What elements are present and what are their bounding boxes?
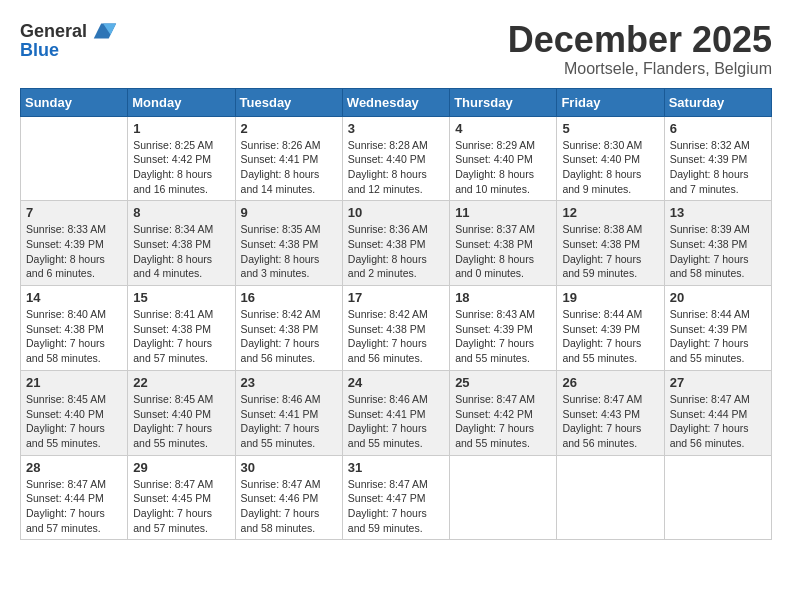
day-number: 6 — [670, 121, 766, 136]
calendar-cell: 16Sunrise: 8:42 AMSunset: 4:38 PMDayligh… — [235, 286, 342, 371]
calendar-cell: 25Sunrise: 8:47 AMSunset: 4:42 PMDayligh… — [450, 370, 557, 455]
calendar-cell: 6Sunrise: 8:32 AMSunset: 4:39 PMDaylight… — [664, 116, 771, 201]
title-block: December 2025 Moortsele, Flanders, Belgi… — [508, 20, 772, 78]
calendar-cell — [557, 455, 664, 540]
day-info: Sunrise: 8:36 AMSunset: 4:38 PMDaylight:… — [348, 222, 444, 281]
calendar-cell: 24Sunrise: 8:46 AMSunset: 4:41 PMDayligh… — [342, 370, 449, 455]
calendar-cell: 12Sunrise: 8:38 AMSunset: 4:38 PMDayligh… — [557, 201, 664, 286]
day-info: Sunrise: 8:42 AMSunset: 4:38 PMDaylight:… — [348, 307, 444, 366]
day-number: 7 — [26, 205, 122, 220]
calendar-cell: 18Sunrise: 8:43 AMSunset: 4:39 PMDayligh… — [450, 286, 557, 371]
day-info: Sunrise: 8:47 AMSunset: 4:46 PMDaylight:… — [241, 477, 337, 536]
calendar-cell: 23Sunrise: 8:46 AMSunset: 4:41 PMDayligh… — [235, 370, 342, 455]
calendar-cell: 11Sunrise: 8:37 AMSunset: 4:38 PMDayligh… — [450, 201, 557, 286]
day-number: 3 — [348, 121, 444, 136]
calendar-cell — [450, 455, 557, 540]
calendar-cell — [21, 116, 128, 201]
day-number: 24 — [348, 375, 444, 390]
day-info: Sunrise: 8:34 AMSunset: 4:38 PMDaylight:… — [133, 222, 229, 281]
day-info: Sunrise: 8:43 AMSunset: 4:39 PMDaylight:… — [455, 307, 551, 366]
calendar-week-row: 7Sunrise: 8:33 AMSunset: 4:39 PMDaylight… — [21, 201, 772, 286]
calendar-cell: 30Sunrise: 8:47 AMSunset: 4:46 PMDayligh… — [235, 455, 342, 540]
calendar-cell: 21Sunrise: 8:45 AMSunset: 4:40 PMDayligh… — [21, 370, 128, 455]
calendar-cell: 15Sunrise: 8:41 AMSunset: 4:38 PMDayligh… — [128, 286, 235, 371]
day-of-week-header: Tuesday — [235, 88, 342, 116]
day-number: 21 — [26, 375, 122, 390]
calendar-cell: 19Sunrise: 8:44 AMSunset: 4:39 PMDayligh… — [557, 286, 664, 371]
day-of-week-header: Sunday — [21, 88, 128, 116]
day-info: Sunrise: 8:47 AMSunset: 4:45 PMDaylight:… — [133, 477, 229, 536]
calendar-cell: 31Sunrise: 8:47 AMSunset: 4:47 PMDayligh… — [342, 455, 449, 540]
logo-icon — [90, 16, 118, 44]
day-info: Sunrise: 8:44 AMSunset: 4:39 PMDaylight:… — [670, 307, 766, 366]
calendar-cell: 14Sunrise: 8:40 AMSunset: 4:38 PMDayligh… — [21, 286, 128, 371]
day-info: Sunrise: 8:47 AMSunset: 4:43 PMDaylight:… — [562, 392, 658, 451]
day-number: 19 — [562, 290, 658, 305]
day-info: Sunrise: 8:26 AMSunset: 4:41 PMDaylight:… — [241, 138, 337, 197]
calendar-cell: 5Sunrise: 8:30 AMSunset: 4:40 PMDaylight… — [557, 116, 664, 201]
day-info: Sunrise: 8:33 AMSunset: 4:39 PMDaylight:… — [26, 222, 122, 281]
calendar-cell: 10Sunrise: 8:36 AMSunset: 4:38 PMDayligh… — [342, 201, 449, 286]
day-of-week-header: Wednesday — [342, 88, 449, 116]
day-number: 29 — [133, 460, 229, 475]
day-info: Sunrise: 8:32 AMSunset: 4:39 PMDaylight:… — [670, 138, 766, 197]
calendar-cell: 27Sunrise: 8:47 AMSunset: 4:44 PMDayligh… — [664, 370, 771, 455]
logo: General Blue — [20, 20, 118, 62]
day-number: 23 — [241, 375, 337, 390]
day-info: Sunrise: 8:45 AMSunset: 4:40 PMDaylight:… — [133, 392, 229, 451]
calendar: SundayMondayTuesdayWednesdayThursdayFrid… — [20, 88, 772, 541]
month-title: December 2025 — [508, 20, 772, 60]
calendar-cell: 8Sunrise: 8:34 AMSunset: 4:38 PMDaylight… — [128, 201, 235, 286]
day-number: 10 — [348, 205, 444, 220]
day-of-week-header: Thursday — [450, 88, 557, 116]
day-number: 16 — [241, 290, 337, 305]
calendar-week-row: 1Sunrise: 8:25 AMSunset: 4:42 PMDaylight… — [21, 116, 772, 201]
calendar-cell: 20Sunrise: 8:44 AMSunset: 4:39 PMDayligh… — [664, 286, 771, 371]
day-info: Sunrise: 8:41 AMSunset: 4:38 PMDaylight:… — [133, 307, 229, 366]
day-number: 25 — [455, 375, 551, 390]
calendar-cell: 13Sunrise: 8:39 AMSunset: 4:38 PMDayligh… — [664, 201, 771, 286]
calendar-cell: 1Sunrise: 8:25 AMSunset: 4:42 PMDaylight… — [128, 116, 235, 201]
day-info: Sunrise: 8:35 AMSunset: 4:38 PMDaylight:… — [241, 222, 337, 281]
day-number: 4 — [455, 121, 551, 136]
day-info: Sunrise: 8:40 AMSunset: 4:38 PMDaylight:… — [26, 307, 122, 366]
day-number: 18 — [455, 290, 551, 305]
calendar-cell: 7Sunrise: 8:33 AMSunset: 4:39 PMDaylight… — [21, 201, 128, 286]
calendar-cell: 22Sunrise: 8:45 AMSunset: 4:40 PMDayligh… — [128, 370, 235, 455]
calendar-cell: 26Sunrise: 8:47 AMSunset: 4:43 PMDayligh… — [557, 370, 664, 455]
day-info: Sunrise: 8:39 AMSunset: 4:38 PMDaylight:… — [670, 222, 766, 281]
calendar-header: SundayMondayTuesdayWednesdayThursdayFrid… — [21, 88, 772, 116]
day-number: 5 — [562, 121, 658, 136]
day-number: 15 — [133, 290, 229, 305]
location-subtitle: Moortsele, Flanders, Belgium — [508, 60, 772, 78]
day-number: 11 — [455, 205, 551, 220]
day-info: Sunrise: 8:46 AMSunset: 4:41 PMDaylight:… — [348, 392, 444, 451]
day-number: 20 — [670, 290, 766, 305]
day-of-week-header: Friday — [557, 88, 664, 116]
day-number: 22 — [133, 375, 229, 390]
day-of-week-header: Saturday — [664, 88, 771, 116]
day-info: Sunrise: 8:46 AMSunset: 4:41 PMDaylight:… — [241, 392, 337, 451]
calendar-week-row: 21Sunrise: 8:45 AMSunset: 4:40 PMDayligh… — [21, 370, 772, 455]
day-number: 1 — [133, 121, 229, 136]
day-number: 13 — [670, 205, 766, 220]
day-info: Sunrise: 8:30 AMSunset: 4:40 PMDaylight:… — [562, 138, 658, 197]
day-info: Sunrise: 8:44 AMSunset: 4:39 PMDaylight:… — [562, 307, 658, 366]
calendar-cell: 9Sunrise: 8:35 AMSunset: 4:38 PMDaylight… — [235, 201, 342, 286]
day-info: Sunrise: 8:47 AMSunset: 4:44 PMDaylight:… — [26, 477, 122, 536]
calendar-cell — [664, 455, 771, 540]
day-info: Sunrise: 8:29 AMSunset: 4:40 PMDaylight:… — [455, 138, 551, 197]
day-info: Sunrise: 8:47 AMSunset: 4:42 PMDaylight:… — [455, 392, 551, 451]
day-number: 17 — [348, 290, 444, 305]
day-number: 28 — [26, 460, 122, 475]
day-info: Sunrise: 8:37 AMSunset: 4:38 PMDaylight:… — [455, 222, 551, 281]
day-info: Sunrise: 8:42 AMSunset: 4:38 PMDaylight:… — [241, 307, 337, 366]
day-info: Sunrise: 8:25 AMSunset: 4:42 PMDaylight:… — [133, 138, 229, 197]
day-of-week-header: Monday — [128, 88, 235, 116]
calendar-week-row: 14Sunrise: 8:40 AMSunset: 4:38 PMDayligh… — [21, 286, 772, 371]
day-info: Sunrise: 8:47 AMSunset: 4:47 PMDaylight:… — [348, 477, 444, 536]
calendar-body: 1Sunrise: 8:25 AMSunset: 4:42 PMDaylight… — [21, 116, 772, 540]
calendar-cell: 17Sunrise: 8:42 AMSunset: 4:38 PMDayligh… — [342, 286, 449, 371]
day-number: 30 — [241, 460, 337, 475]
calendar-week-row: 28Sunrise: 8:47 AMSunset: 4:44 PMDayligh… — [21, 455, 772, 540]
